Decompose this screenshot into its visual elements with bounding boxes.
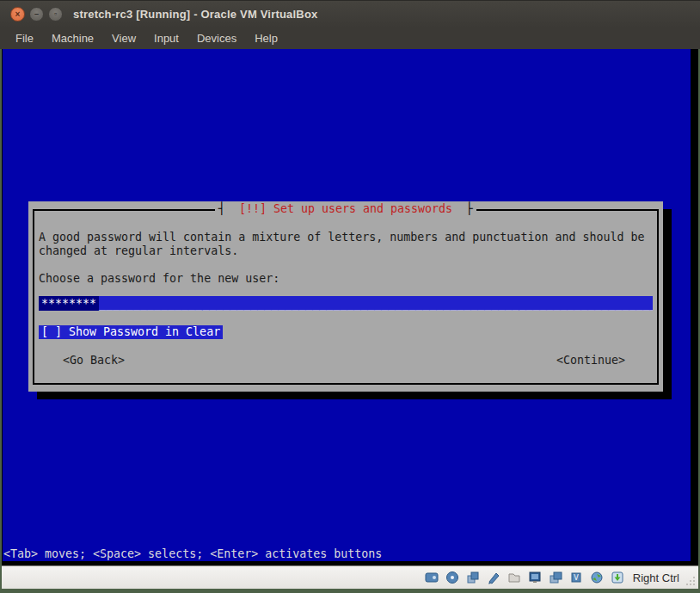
continue-button[interactable]: <Continue>	[556, 354, 625, 368]
svg-text:V: V	[574, 574, 579, 582]
status-bar: V Right Ctrl	[2, 565, 698, 589]
hard-disks-icon[interactable]	[424, 570, 439, 585]
menu-bar: File Machine View Input Devices Help	[0, 28, 700, 49]
virtual-screens-icon[interactable]	[548, 570, 563, 585]
close-button[interactable]: ×	[10, 7, 25, 22]
password-field-fill: ________________________________________…	[99, 297, 653, 311]
window-controls: × – ▫	[10, 7, 63, 22]
audio-icon[interactable]	[465, 570, 481, 585]
shared-folders-icon[interactable]	[507, 570, 522, 585]
show-password-checkbox[interactable]: [ ] Show Password in Clear	[39, 325, 223, 339]
dialog-title-label: [!!] Set up users and passwords	[237, 202, 454, 215]
frame-tick-right: ├	[464, 202, 475, 215]
virtualbox-window: × – ▫ stretch-rc3 [Running] - Oracle VM …	[0, 0, 700, 593]
go-back-button[interactable]: <Go Back>	[63, 354, 125, 368]
resize-grip-icon[interactable]	[685, 575, 696, 586]
menu-item-input[interactable]: Input	[154, 32, 179, 45]
password-mask-text: ********	[39, 296, 99, 311]
vm-console-screen[interactable]: ┤ [!!] Set up users and passwords ├ A go…	[3, 49, 691, 561]
password-advice-line2: changed at regular intervals.	[39, 244, 653, 258]
menu-item-machine[interactable]: Machine	[52, 32, 94, 45]
minimize-button[interactable]: –	[29, 7, 44, 22]
password-prompt: Choose a password for the new user:	[39, 272, 653, 286]
mouse-integration-icon[interactable]	[486, 570, 501, 585]
menu-item-file[interactable]: File	[15, 32, 34, 45]
display-icon[interactable]	[527, 570, 543, 585]
vm-display-area: ┤ [!!] Set up users and passwords ├ A go…	[2, 49, 698, 565]
network-icon[interactable]	[589, 570, 605, 585]
installer-help-line: <Tab> moves; <Space> selects; <Enter> ac…	[3, 547, 382, 561]
keyboard-capture-icon[interactable]	[610, 570, 625, 585]
optical-drives-icon[interactable]	[445, 570, 460, 585]
menu-item-help[interactable]: Help	[255, 32, 278, 45]
cpu-features-icon[interactable]: V	[568, 570, 584, 585]
menu-item-view[interactable]: View	[112, 32, 136, 45]
host-key-label: Right Ctrl	[633, 571, 679, 584]
dialog-title: ┤ [!!] Set up users and passwords ├	[28, 202, 663, 216]
password-input[interactable]: ********________________________________…	[39, 296, 653, 311]
menu-item-devices[interactable]: Devices	[197, 32, 236, 45]
status-icons: V	[424, 570, 625, 585]
installer-dialog: ┤ [!!] Set up users and passwords ├ A go…	[28, 201, 663, 392]
frame-tick-left: ┤	[217, 202, 227, 215]
dialog-title-text	[227, 202, 237, 215]
window-title: stretch-rc3 [Running] - Oracle VM Virtua…	[73, 8, 318, 21]
maximize-button[interactable]: ▫	[48, 7, 63, 22]
password-advice-line1: A good password will contain a mixture o…	[39, 231, 653, 244]
title-bar: × – ▫ stretch-rc3 [Running] - Oracle VM …	[0, 0, 700, 28]
